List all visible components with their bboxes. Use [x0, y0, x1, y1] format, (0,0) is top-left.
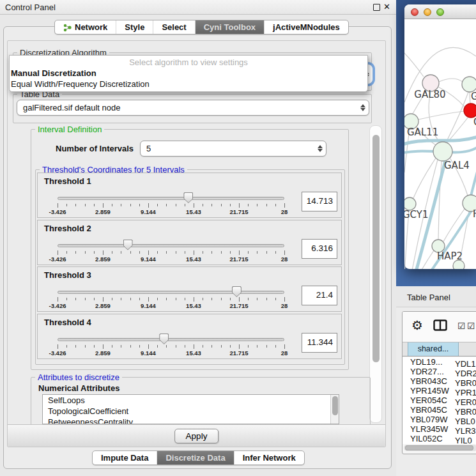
tick-mark — [103, 203, 104, 208]
algorithm-dropdown-popup: Select algorithm to view settings Manual… — [9, 55, 368, 92]
tab-select[interactable]: Select — [153, 20, 194, 34]
dropdown-placeholder-option[interactable]: Select algorithm to view settings — [10, 57, 367, 68]
network-canvas[interactable]: GAL80GCGAL11GAL4GCY1HHAP2 — [404, 19, 476, 269]
threshold-slider-thumb[interactable] — [183, 192, 193, 203]
tick-mark — [58, 297, 58, 302]
tick-label: 2.859 — [89, 349, 117, 357]
bottom-tab-impute-data[interactable]: Impute Data — [93, 451, 157, 464]
threshold-slider-thumb[interactable] — [159, 334, 169, 344]
tick-mark — [58, 203, 58, 208]
threshold-label: Threshold 2 — [44, 224, 91, 233]
tab-network[interactable]: Network — [55, 20, 116, 34]
tab-cyni-toolbox[interactable]: Cyni Toolbox — [195, 20, 264, 34]
tick-mark — [248, 204, 249, 206]
dropdown-option[interactable]: Equal Width/Frequency Discretization — [10, 79, 367, 89]
node-label: C — [473, 116, 476, 128]
threshold-value-box[interactable]: 6.316 — [302, 239, 337, 259]
tab-label: Discretize Data — [165, 453, 225, 463]
network-edge — [404, 51, 424, 77]
tick-mark — [257, 204, 257, 206]
tick-label: 28 — [270, 256, 298, 263]
table-row[interactable]: YDR27...YDR2 — [403, 367, 476, 376]
threshold-slider-track[interactable] — [58, 244, 284, 247]
apply-button[interactable]: Apply — [174, 429, 219, 443]
tick-mark — [266, 251, 267, 254]
threshold-slider-track[interactable] — [58, 197, 284, 200]
attribute-item[interactable]: TopologicalCoefficient — [43, 406, 339, 417]
table-row[interactable]: YBR045CYBR0 — [403, 405, 476, 415]
zoom-traffic-light-icon[interactable] — [436, 8, 444, 16]
threshold-slider-track[interactable] — [58, 291, 284, 294]
threshold-value-box[interactable]: 11.344 — [302, 333, 337, 353]
threshold-value-box[interactable]: 21.4 — [302, 286, 337, 305]
table-row[interactable]: YLR345WYLR3 — [403, 424, 476, 434]
network-node-gcy1[interactable] — [404, 197, 416, 210]
table-row[interactable]: YIL052CYIL0 — [403, 434, 476, 443]
tick-label: 21.715 — [225, 302, 253, 309]
control-panel-titlebar: Control Panel ✕ — [0, 0, 396, 15]
network-window-titlebar[interactable] — [404, 4, 476, 19]
tab-style[interactable]: Style — [116, 20, 153, 34]
numerical-attributes-list[interactable]: SelfLoopsTopologicalCoefficientBetweenne… — [42, 394, 339, 424]
close-icon[interactable]: ✕ — [383, 2, 390, 12]
column-header-shared-name[interactable]: shared... — [408, 342, 459, 356]
tick-mark — [275, 204, 276, 206]
checkbox-checked-icon[interactable]: ☑ — [467, 321, 475, 331]
tick-mark — [203, 251, 203, 254]
checkbox-checked-icon[interactable]: ☑ — [457, 321, 466, 331]
tick-label: 21.715 — [225, 349, 253, 357]
threshold-slider-thumb[interactable] — [232, 286, 242, 297]
threshold-slider-thumb[interactable] — [123, 240, 133, 250]
attribute-item[interactable]: SelfLoops — [43, 395, 339, 406]
interval-definition-title: Interval Definition — [35, 125, 104, 134]
table-panel-titlebar: Table Panel — [396, 287, 476, 307]
network-edge — [418, 111, 464, 119]
tick-mark — [85, 204, 86, 206]
tick-mark — [248, 251, 249, 254]
tick-label: 9.144 — [134, 349, 162, 357]
combo-arrows-icon — [314, 145, 326, 152]
settings-scrollbar[interactable] — [369, 125, 382, 423]
threshold-label: Threshold 3 — [44, 270, 91, 280]
threshold-value-box[interactable]: 14.713 — [302, 192, 337, 211]
tick-mark — [194, 297, 194, 302]
close-traffic-light-icon[interactable] — [411, 8, 418, 16]
minimize-traffic-light-icon[interactable] — [424, 8, 431, 16]
num-intervals-combo[interactable]: 5 — [140, 141, 326, 157]
tick-mark — [221, 345, 222, 348]
table-row[interactable]: YBL079WYBL0 — [403, 415, 476, 424]
dropdown-option[interactable]: Manual Discretization — [10, 68, 367, 79]
node-label: GAL80 — [414, 89, 445, 100]
table-row[interactable]: YER054CYER0 — [403, 395, 476, 405]
tick-label: 28 — [270, 302, 298, 309]
threshold-slider-track[interactable] — [58, 338, 284, 341]
cell-name: YIL0 — [454, 436, 472, 444]
node-label: GAL11 — [407, 127, 438, 138]
gear-icon[interactable]: ⚙ — [411, 318, 423, 333]
float-window-icon[interactable] — [373, 4, 380, 11]
numerical-attributes-label: Numerical Attributes — [38, 383, 119, 393]
network-node-c[interactable] — [464, 104, 476, 118]
split-columns-icon[interactable] — [433, 319, 447, 331]
bottom-tab-infer-network[interactable]: Infer Network — [234, 451, 304, 464]
table-data-combo[interactable]: galFiltered.sif default node — [17, 100, 369, 116]
table-horizontal-scrollbar[interactable] — [404, 445, 476, 451]
table-row[interactable]: YPR145WYPR1 — [403, 386, 476, 395]
tab-jactivemnodules[interactable]: jActiveMNodules — [264, 20, 348, 34]
tick-mark — [112, 345, 112, 348]
bottom-tab-discretize-data[interactable]: Discretize Data — [157, 451, 233, 464]
column-header-name[interactable]: n — [459, 342, 476, 356]
attribute-item[interactable]: BetweennessCentrality — [43, 417, 339, 424]
network-node-g[interactable] — [462, 77, 476, 92]
table-row[interactable]: YDL19...YDL1 — [403, 357, 476, 367]
tick-mark — [284, 344, 285, 349]
network-node-gal4[interactable] — [433, 142, 452, 161]
settings-scrollbar-thumb[interactable] — [372, 135, 380, 362]
tick-label: 2.859 — [89, 208, 117, 215]
table-row[interactable]: YBR043CYBR0 — [403, 376, 476, 386]
attributes-scrollbar[interactable] — [330, 395, 339, 424]
tick-mark — [130, 298, 131, 300]
tick-mark — [230, 345, 231, 348]
tick-label: 28 — [270, 208, 298, 215]
tick-mark — [203, 298, 203, 300]
